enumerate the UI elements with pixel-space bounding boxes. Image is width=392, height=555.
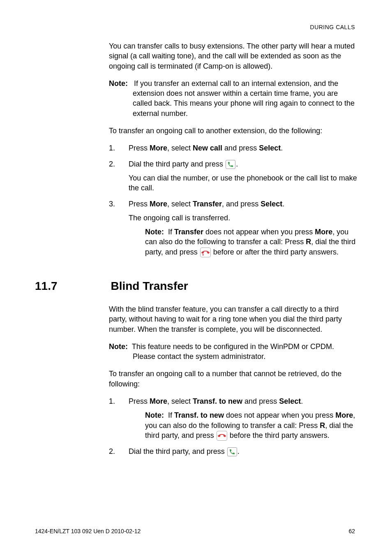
step-text: and press: [222, 144, 259, 152]
bold: Select: [279, 397, 301, 405]
end-call-icon: [217, 431, 227, 441]
note-text: before or after the third party answers.: [211, 248, 339, 256]
bold: R: [306, 238, 311, 246]
step-text: .: [282, 200, 284, 208]
paragraph: To transfer an ongoing call to a number …: [109, 369, 357, 389]
step-text: , select: [167, 397, 193, 405]
step-text: Dial the third party and press: [129, 160, 225, 168]
note-text: does not appear when you press: [203, 228, 315, 236]
step-item: 2. Dial the third party, and press .: [109, 446, 357, 456]
bold: Transf. to new: [193, 397, 242, 405]
note-text: before the third party answers.: [228, 431, 330, 439]
inner-note: Note: If Transfer does not appear when y…: [129, 227, 357, 257]
bold: More: [150, 397, 167, 405]
step-item: 2. Dial the third party and press . You …: [109, 159, 357, 193]
call-icon: [226, 160, 235, 169]
note-block: Note: If you transfer an external call t…: [109, 79, 357, 118]
bold: More: [335, 411, 353, 419]
step-item: 1. Press More, select New call and press…: [109, 143, 357, 153]
note-label: Note:: [109, 79, 128, 88]
page-number: 62: [348, 528, 355, 534]
step-item: 3. Press More, select Transfer, and pres…: [109, 199, 357, 257]
step-number: 1.: [109, 396, 115, 406]
step-number: 1.: [109, 143, 115, 153]
end-call-icon: [200, 247, 211, 257]
step-item: 1. Press More, select Transf. to new and…: [109, 396, 357, 441]
paragraph: With the blind transfer feature, you can…: [109, 304, 357, 334]
bold: R: [320, 421, 325, 430]
step-body: You can dial the number, or use the phon…: [129, 173, 357, 193]
step-body: The ongoing call is transferred.: [129, 213, 357, 223]
footer-doc-id: 1424-EN/LZT 103 092 Uen D 2010-02-12: [35, 528, 141, 534]
inner-note: Note: If Transf. to new does not appear …: [129, 410, 357, 441]
bold: Transf. to new: [174, 411, 224, 419]
note-label: Note:: [145, 411, 164, 419]
section-number: 11.7: [35, 280, 109, 293]
step-text: .: [301, 397, 303, 405]
running-header: DURING CALLS: [310, 24, 355, 30]
paragraph: To transfer an ongoing call to another e…: [109, 126, 357, 136]
step-text: Press: [129, 397, 150, 405]
step-number: 2.: [109, 446, 115, 456]
step-text: , select: [167, 144, 193, 152]
note-text: If: [168, 228, 174, 236]
step-text: .: [236, 160, 238, 168]
step-text: .: [281, 144, 283, 152]
step-text: , and press: [222, 200, 261, 208]
step-text: Press: [129, 144, 150, 152]
section-title: Blind Transfer: [111, 280, 188, 293]
step-text: and press: [242, 397, 279, 405]
bold: Transfer: [193, 200, 222, 208]
note-block: Note: This feature needs to be configure…: [109, 342, 357, 362]
svg-point-0: [202, 254, 203, 255]
note-text: If you transfer an external call to an i…: [133, 79, 355, 118]
note-text: does not appear when you press: [224, 411, 335, 419]
step-number: 3.: [109, 199, 115, 209]
bold: Select: [259, 144, 281, 152]
paragraph: You can transfer calls to busy extension…: [109, 41, 357, 71]
note-text: If: [168, 411, 174, 419]
step-text: Dial the third party, and press: [129, 447, 227, 456]
note-label: Note:: [145, 228, 164, 236]
bold: More: [150, 200, 167, 208]
note-text: This feature needs to be configured in t…: [132, 342, 334, 361]
bold: More: [150, 144, 167, 152]
step-text: , select: [167, 200, 193, 208]
step-text: Press: [129, 200, 150, 208]
bold: Select: [261, 200, 282, 208]
bold: More: [315, 228, 332, 236]
bold: Transfer: [174, 228, 203, 236]
note-label: Note:: [109, 342, 128, 351]
step-number: 2.: [109, 159, 115, 169]
bold: New call: [193, 144, 222, 152]
step-text: .: [238, 447, 240, 456]
call-icon: [227, 447, 237, 456]
